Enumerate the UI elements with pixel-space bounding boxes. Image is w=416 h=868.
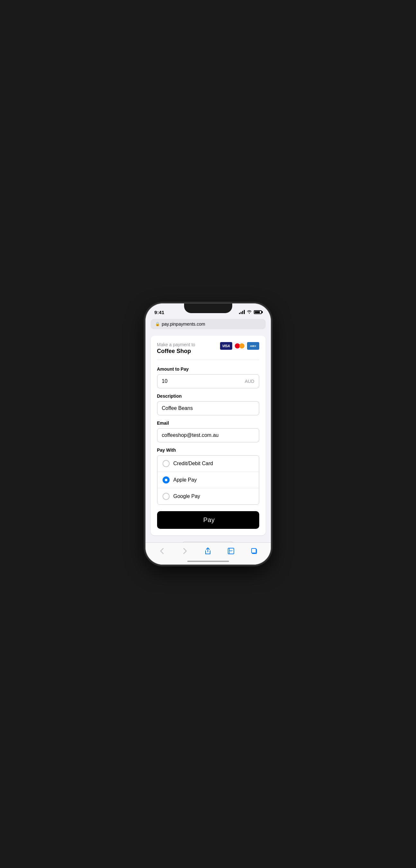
status-time: 9:41 bbox=[154, 310, 165, 315]
status-icons bbox=[239, 310, 262, 315]
svg-rect-2 bbox=[251, 549, 256, 553]
email-value: coffeeshop@test.com.au bbox=[162, 432, 219, 438]
url-text: pay.pinpayments.com bbox=[162, 321, 205, 327]
signal-bar-4 bbox=[244, 310, 245, 314]
battery-fill bbox=[255, 311, 260, 313]
signal-bar-2 bbox=[241, 312, 242, 314]
signal-bar-3 bbox=[242, 311, 243, 314]
amount-label: Amount to Pay bbox=[157, 367, 259, 372]
radio-circle-google-pay bbox=[163, 493, 170, 500]
content-area: Make a payment to Coffee Shop VISA AMEX bbox=[145, 332, 271, 564]
description-group: Description Coffee Beans bbox=[157, 394, 259, 415]
wifi-icon bbox=[247, 310, 252, 315]
pay-with-label: Pay With bbox=[157, 447, 259, 453]
safari-bookmarks-button[interactable] bbox=[224, 545, 238, 557]
card-header: Make a payment to Coffee Shop VISA AMEX bbox=[157, 342, 259, 360]
home-indicator bbox=[187, 561, 229, 562]
lock-icon: 🔒 bbox=[155, 322, 160, 326]
payment-options-group: Credit/Debit Card Apple Pay Google Pay bbox=[157, 455, 259, 505]
visa-logo: VISA bbox=[220, 342, 232, 350]
signal-bar-1 bbox=[239, 313, 240, 314]
apple-pay-button[interactable]: Pay bbox=[157, 511, 259, 529]
email-label: Email bbox=[157, 421, 259, 426]
amex-logo: AMEX bbox=[247, 342, 259, 350]
radio-circle-apple-pay bbox=[163, 476, 170, 484]
description-value: Coffee Beans bbox=[162, 405, 193, 411]
email-group: Email coffeeshop@test.com.au bbox=[157, 421, 259, 442]
mc-right bbox=[239, 343, 244, 348]
amount-group: Amount to Pay 10 AUD bbox=[157, 367, 259, 389]
card-logos: VISA AMEX bbox=[220, 342, 259, 350]
url-bar[interactable]: 🔒 pay.pinpayments.com bbox=[151, 319, 266, 329]
amount-currency: AUD bbox=[245, 379, 254, 384]
description-label: Description bbox=[157, 394, 259, 399]
safari-tabs-button[interactable] bbox=[247, 545, 261, 557]
phone-frame: 9:41 bbox=[145, 304, 271, 564]
radio-apple-pay[interactable]: Apple Pay bbox=[158, 472, 259, 488]
description-input[interactable]: Coffee Beans bbox=[157, 401, 259, 415]
safari-back-button[interactable] bbox=[155, 545, 169, 557]
radio-label-google-pay: Google Pay bbox=[173, 494, 201, 499]
pay-with-group: Pay With Credit/Debit Card Apple Pay bbox=[157, 447, 259, 505]
notch bbox=[184, 304, 232, 313]
payment-to-label: Make a payment to bbox=[157, 342, 195, 347]
radio-label-credit-debit: Credit/Debit Card bbox=[173, 461, 213, 466]
safari-share-button[interactable] bbox=[201, 545, 215, 557]
mastercard-logo bbox=[234, 342, 246, 350]
phone-screen: 9:41 bbox=[145, 304, 271, 564]
safari-forward-button[interactable] bbox=[178, 545, 192, 557]
url-bar-container: 🔒 pay.pinpayments.com bbox=[145, 318, 271, 332]
signal-bars-icon bbox=[239, 310, 245, 314]
amount-value: 10 bbox=[162, 378, 168, 384]
phone-content: 9:41 bbox=[145, 304, 271, 564]
radio-label-apple-pay: Apple Pay bbox=[173, 477, 197, 483]
merchant-info: Make a payment to Coffee Shop bbox=[157, 342, 195, 354]
merchant-name: Coffee Shop bbox=[157, 348, 195, 354]
payment-card: Make a payment to Coffee Shop VISA AMEX bbox=[151, 336, 266, 535]
radio-circle-credit-debit bbox=[163, 460, 170, 467]
pay-button-text: Pay bbox=[203, 516, 215, 524]
radio-google-pay[interactable]: Google Pay bbox=[158, 488, 259, 504]
radio-credit-debit[interactable]: Credit/Debit Card bbox=[158, 456, 259, 472]
scrollable-content: Make a payment to Coffee Shop VISA AMEX bbox=[145, 332, 271, 564]
battery-icon bbox=[254, 310, 262, 314]
email-input[interactable]: coffeeshop@test.com.au bbox=[157, 428, 259, 442]
amount-input[interactable]: 10 AUD bbox=[157, 374, 259, 389]
